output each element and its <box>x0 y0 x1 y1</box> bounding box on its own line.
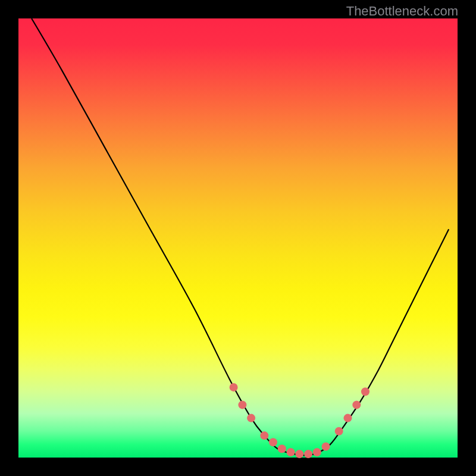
marker-dot <box>295 450 303 458</box>
curve-line <box>32 18 449 455</box>
marker-dot <box>247 414 255 422</box>
marker-dot <box>278 444 286 453</box>
marker-dot <box>313 448 321 456</box>
marker-dot <box>287 448 295 456</box>
marker-dot <box>361 387 369 396</box>
marker-dot <box>335 427 343 436</box>
marker-dot <box>344 414 352 422</box>
marker-group <box>230 383 369 458</box>
marker-dot <box>352 400 361 409</box>
chart-frame: TheBottleneck.com <box>0 0 476 476</box>
marker-dot <box>322 443 330 451</box>
marker-dot <box>269 438 277 446</box>
marker-dot <box>238 400 246 409</box>
chart-svg <box>18 18 458 458</box>
watermark-text: TheBottleneck.com <box>346 4 458 19</box>
marker-dot <box>260 431 268 440</box>
marker-dot <box>304 450 312 458</box>
marker-dot <box>230 383 238 392</box>
